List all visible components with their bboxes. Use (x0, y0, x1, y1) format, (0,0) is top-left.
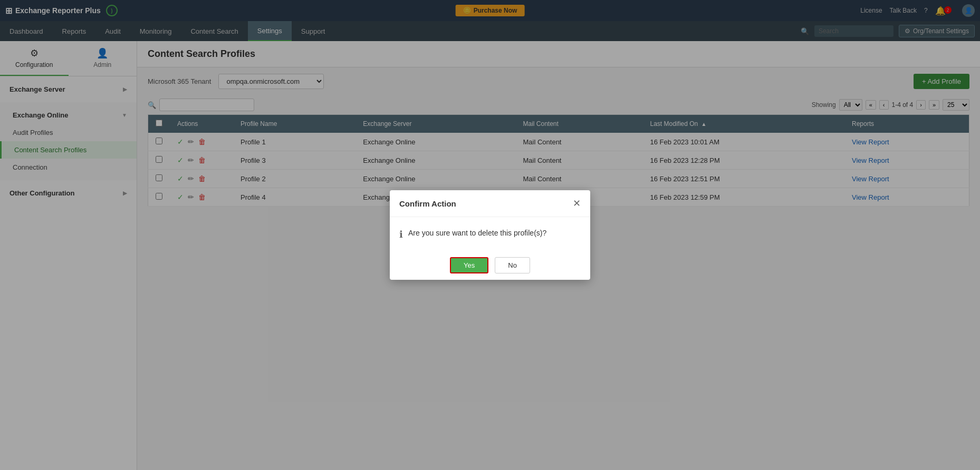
no-button[interactable]: No (495, 257, 530, 273)
yes-button[interactable]: Yes (450, 257, 488, 273)
dialog-message: Are you sure want to delete this profile… (408, 228, 546, 239)
dialog-close-button[interactable]: ✕ (573, 198, 581, 209)
dialog-body: ℹ Are you sure want to delete this profi… (390, 217, 590, 251)
dialog-footer: Yes No (390, 251, 590, 280)
dialog-title: Confirm Action (399, 199, 456, 208)
confirm-dialog: Confirm Action ✕ ℹ Are you sure want to … (390, 190, 590, 280)
dialog-header: Confirm Action ✕ (390, 190, 590, 217)
info-icon: ℹ (399, 229, 403, 240)
confirm-dialog-overlay: Confirm Action ✕ ℹ Are you sure want to … (0, 0, 980, 470)
